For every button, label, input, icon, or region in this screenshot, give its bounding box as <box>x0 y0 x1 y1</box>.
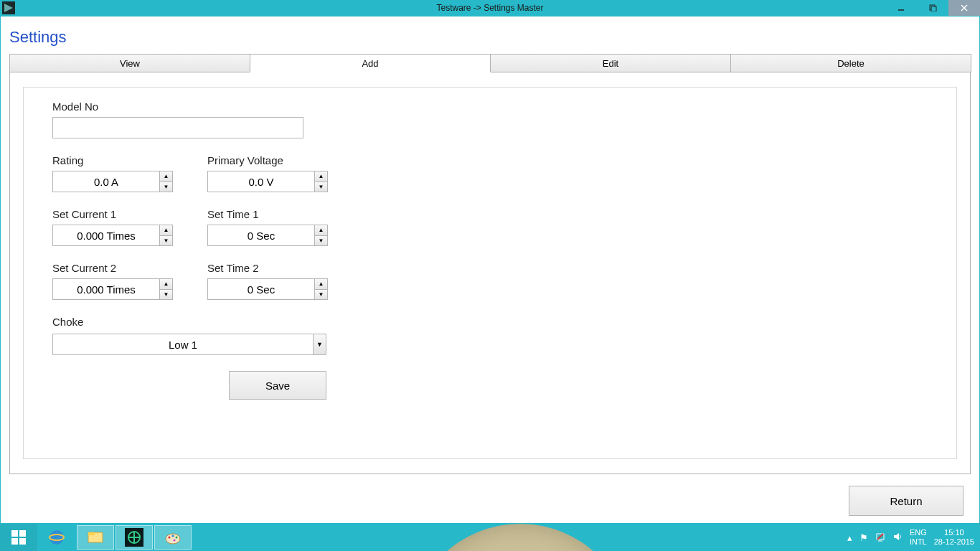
set-time-2-label: Set Time 2 <box>207 262 328 274</box>
tray-overflow-icon[interactable]: ▴ <box>847 532 852 543</box>
rating-down-icon[interactable]: ▼ <box>160 182 172 192</box>
flag-icon[interactable]: ⚑ <box>859 532 868 543</box>
set-current-2-label: Set Current 2 <box>52 262 173 274</box>
set-current-2-up-icon[interactable]: ▲ <box>160 279 172 290</box>
primary-voltage-value: 0.0 V <box>208 176 314 188</box>
svg-line-24 <box>877 534 883 540</box>
svg-rect-12 <box>88 532 95 535</box>
primary-voltage-down-icon[interactable]: ▼ <box>315 182 327 192</box>
close-button[interactable] <box>948 0 980 16</box>
tab-add-label: Add <box>362 58 378 69</box>
rating-label: Rating <box>52 154 173 166</box>
svg-rect-2 <box>931 6 936 11</box>
svg-marker-25 <box>894 533 899 540</box>
set-time-1-up-icon[interactable]: ▲ <box>315 225 327 236</box>
set-time-1-down-icon[interactable]: ▼ <box>315 236 327 246</box>
svg-rect-6 <box>19 530 26 537</box>
rating-up-icon[interactable]: ▲ <box>160 171 172 182</box>
set-current-2-stepper[interactable]: 0.000 Times ▲▼ <box>52 278 173 300</box>
svg-rect-7 <box>11 538 18 545</box>
language-line2: INTL <box>910 537 927 547</box>
set-time-1-stepper[interactable]: 0 Sec ▲▼ <box>207 225 328 246</box>
taskbar-app-testware[interactable] <box>116 525 153 550</box>
set-current-2-down-icon[interactable]: ▼ <box>160 290 172 300</box>
form-panel: Model No Rating 0.0 A ▲▼ Primary Voltage… <box>23 87 957 459</box>
svg-point-20 <box>176 537 178 539</box>
taskbar: ▴ ⚑ ENG INTL 15:10 28-12-2015 <box>0 524 980 551</box>
clock[interactable]: 15:10 28-12-2015 <box>934 528 974 547</box>
rating-value: 0.0 A <box>53 176 159 188</box>
set-current-1-label: Set Current 1 <box>52 208 173 220</box>
tray-time: 15:10 <box>944 528 964 537</box>
tabstrip: View Add Edit Delete <box>9 54 971 72</box>
primary-voltage-stepper[interactable]: 0.0 V ▲▼ <box>207 171 328 192</box>
set-current-1-down-icon[interactable]: ▼ <box>160 236 172 246</box>
chevron-down-icon[interactable]: ▼ <box>313 334 326 354</box>
language-indicator[interactable]: ENG INTL <box>910 528 927 547</box>
set-time-2-up-icon[interactable]: ▲ <box>315 279 327 290</box>
save-button[interactable]: Save <box>229 371 326 400</box>
return-button[interactable]: Return <box>849 486 963 516</box>
language-line1: ENG <box>910 528 927 537</box>
window-buttons <box>885 0 980 16</box>
maximize-button[interactable] <box>917 0 948 16</box>
titlebar: Testware -> Settings Master <box>0 0 980 16</box>
network-icon[interactable] <box>875 532 885 544</box>
app-window: Settings View Add Edit Delete Model No R… <box>0 16 980 524</box>
return-button-label: Return <box>890 495 922 507</box>
app-icon <box>2 1 15 14</box>
set-current-1-stepper[interactable]: 0.000 Times ▲▼ <box>52 225 173 246</box>
tab-add[interactable]: Add <box>250 54 491 72</box>
window-title: Testware -> Settings Master <box>436 3 543 13</box>
set-time-2-stepper[interactable]: 0 Sec ▲▼ <box>207 278 328 300</box>
set-time-2-down-icon[interactable]: ▼ <box>315 290 327 300</box>
taskbar-app-paint[interactable] <box>154 525 192 550</box>
set-current-1-value: 0.000 Times <box>53 230 159 242</box>
tab-view-label: View <box>120 58 140 69</box>
primary-voltage-label: Primary Voltage <box>207 154 328 166</box>
system-tray: ▴ ⚑ ENG INTL 15:10 28-12-2015 <box>847 528 980 547</box>
page-title: Settings <box>1 17 979 54</box>
start-button[interactable] <box>0 524 37 551</box>
taskbar-app-ie[interactable] <box>38 525 75 550</box>
tab-delete-label: Delete <box>837 58 864 69</box>
svg-point-9 <box>50 530 64 545</box>
choke-value: Low 1 <box>53 339 313 351</box>
svg-point-18 <box>169 537 171 539</box>
rating-stepper[interactable]: 0.0 A ▲▼ <box>52 171 173 192</box>
tab-edit[interactable]: Edit <box>490 54 731 72</box>
model-no-input[interactable] <box>52 117 303 138</box>
minimize-button[interactable] <box>885 0 917 16</box>
choke-label: Choke <box>52 316 326 328</box>
set-time-1-value: 0 Sec <box>208 230 314 242</box>
set-current-1-up-icon[interactable]: ▲ <box>160 225 172 236</box>
set-current-2-value: 0.000 Times <box>53 283 159 296</box>
tab-edit-label: Edit <box>603 58 618 69</box>
taskbar-background-arc <box>423 524 617 551</box>
tab-delete[interactable]: Delete <box>730 54 971 72</box>
choke-select[interactable]: Low 1 ▼ <box>52 334 326 355</box>
tray-date: 28-12-2015 <box>934 537 974 547</box>
primary-voltage-up-icon[interactable]: ▲ <box>315 171 327 182</box>
model-no-label: Model No <box>52 100 928 113</box>
tab-view[interactable]: View <box>9 54 250 72</box>
set-time-2-value: 0 Sec <box>208 283 314 296</box>
svg-point-21 <box>174 540 176 542</box>
svg-rect-8 <box>19 538 26 545</box>
svg-rect-5 <box>11 530 18 537</box>
set-time-1-label: Set Time 1 <box>207 208 328 220</box>
tab-body: Model No Rating 0.0 A ▲▼ Primary Voltage… <box>9 72 971 474</box>
save-button-label: Save <box>265 380 290 392</box>
taskbar-app-explorer[interactable] <box>77 525 114 550</box>
svg-point-19 <box>172 535 174 537</box>
volume-icon[interactable] <box>892 532 903 544</box>
